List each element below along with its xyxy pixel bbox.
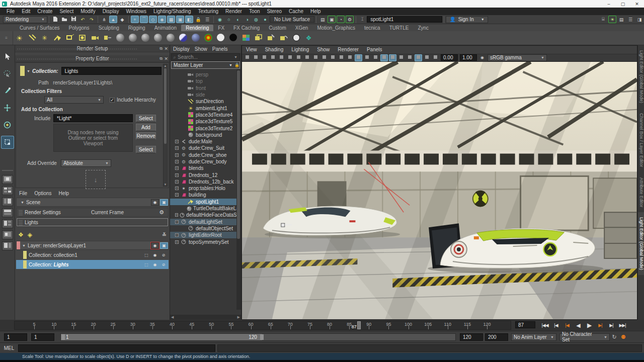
isolate-icon[interactable]: ⊘ — [160, 261, 167, 267]
shelf-tab[interactable]: FX — [213, 25, 229, 31]
collapse-arrow-icon[interactable]: ▼ — [27, 69, 30, 73]
attribute-editor-icon[interactable]: ◨ — [635, 16, 643, 23]
shelf-tab[interactable]: Motion_Graphics — [312, 25, 360, 31]
snap-view-plane-icon[interactable]: ▦ — [167, 16, 175, 23]
menu-item[interactable]: Show — [195, 46, 207, 52]
expand-icon[interactable]: + — [175, 220, 179, 224]
sign-in-dropdown[interactable]: 👤​ Sign In▼ — [446, 16, 488, 23]
layout-hypershade-icon[interactable] — [2, 219, 13, 228]
mentalray-icon[interactable]: ❖ — [302, 32, 315, 44]
shelf-tab[interactable]: FX Caching — [229, 25, 264, 31]
menu-item[interactable]: Texturing — [195, 9, 222, 14]
filter-dropdown[interactable]: All▼ — [44, 96, 104, 104]
drag-nodes-dropzone[interactable]: Drag nodes here using Outliner or select… — [53, 124, 133, 152]
select-button[interactable]: Select — [136, 115, 156, 122]
light-linking-icon[interactable] — [101, 32, 114, 44]
camera-icon[interactable]: + side — [170, 92, 241, 98]
expand-icon[interactable]: + — [175, 213, 178, 217]
highlight-selection-icon[interactable]: ☰ — [203, 16, 211, 23]
undock-icon[interactable]: ⧉ — [159, 56, 163, 61]
vp-textured-icon[interactable] — [312, 54, 319, 61]
close-panel-icon[interactable]: ✕ — [164, 46, 168, 51]
remove-button[interactable]: Remove — [136, 132, 156, 140]
enabled-icon[interactable]: ◉ — [151, 252, 158, 258]
layout-custom-icon[interactable] — [2, 241, 13, 250]
ramp-shader-icon[interactable] — [177, 32, 189, 44]
range-end-handle[interactable] — [260, 334, 264, 340]
camera-icon[interactable]: + persp — [170, 71, 241, 78]
shader-icon[interactable]: + background — [170, 132, 241, 138]
collection-row[interactable]: Collection: collection1 ⬚ ◉ ⊘ — [16, 250, 169, 259]
sidebar-tab[interactable]: Light Editor (Global Mode) — [638, 45, 644, 108]
animation-end-field[interactable]: 200 — [485, 333, 508, 341]
menu-item[interactable]: Lighting/Shading — [150, 9, 195, 14]
menu-item[interactable]: Modify — [77, 9, 99, 14]
override-mode-dropdown[interactable]: Absolute▼ — [61, 159, 111, 167]
live-surface-field[interactable]: No Live Surface — [270, 16, 314, 23]
vp-bookmark-icon[interactable] — [261, 54, 268, 61]
render-settings-row[interactable]: Render Settings Current Frame ⚙ — [16, 208, 169, 217]
move-tool-icon[interactable] — [1, 102, 14, 115]
vp-grid-icon[interactable] — [415, 54, 422, 61]
vp-shaded-icon[interactable] — [303, 54, 311, 61]
outliner-search-input[interactable]: ⌕ Search... ▼ — [171, 53, 240, 61]
add-button[interactable]: Add — [136, 124, 156, 131]
lasso-tool-icon[interactable] — [1, 67, 14, 80]
enabled-icon[interactable]: ◉ — [151, 261, 158, 267]
gear-icon[interactable]: + ⚙ dude:Crew_shoe — [170, 152, 241, 158]
quick-selection-input[interactable]: spotLight1 — [367, 16, 442, 23]
gear-icon[interactable]: ⚙ — [159, 209, 164, 216]
menu-item[interactable]: Display — [99, 9, 123, 14]
menu-item[interactable]: Lighting — [291, 47, 309, 52]
hypershade-icon[interactable] — [252, 32, 265, 44]
character-icon[interactable]: + dude:Male — [170, 138, 241, 145]
expand-icon[interactable]: + — [175, 166, 179, 170]
select-object-icon[interactable]: ▲ — [109, 16, 117, 23]
open-scene-icon[interactable] — [60, 16, 68, 23]
scale-tool-icon[interactable] — [1, 136, 14, 149]
ambient-light-node-icon[interactable]: + ☀ ambientLight1 — [170, 105, 241, 111]
place3dtexture-icon[interactable]: + place3dTexture5 — [170, 118, 241, 125]
render-target-icon[interactable] — [290, 32, 302, 44]
close-panel-icon[interactable]: ✕ — [164, 56, 168, 61]
modeling-toolkit-icon[interactable]: ⌸ — [599, 16, 607, 23]
gear-icon[interactable]: + ⚙ dude:Crew_body — [170, 158, 241, 165]
place3dtexture-icon[interactable]: + place3dTexture2 — [170, 125, 241, 131]
snap-curve-icon[interactable]: ⌒ — [140, 16, 148, 23]
shelf-tab[interactable]: TURTLE — [385, 25, 414, 31]
shelf-tab[interactable]: Zync — [413, 25, 433, 31]
layout-single-icon[interactable] — [2, 175, 13, 184]
anisotropic-material-icon[interactable] — [164, 32, 177, 44]
spot-light-node-icon[interactable]: + spotLight1 — [170, 199, 241, 205]
area-light-icon[interactable] — [63, 32, 76, 44]
construction-history-icon[interactable]: ◉ — [216, 16, 224, 23]
redo-icon[interactable]: ↷ — [88, 16, 96, 23]
make-live-icon[interactable]: ▣ — [176, 16, 184, 23]
step-back-key-icon[interactable]: |◀ — [561, 321, 573, 329]
shelf-tab[interactable]: XGen — [291, 25, 313, 31]
shelf-tab[interactable]: Rendering — [181, 25, 213, 31]
expand-icon[interactable]: + — [175, 240, 179, 244]
point-light-icon[interactable]: ✳ — [38, 32, 51, 44]
current-frame-marker[interactable] — [357, 321, 361, 329]
sidebar-tab[interactable]: Light Editor (Global Mode) — [638, 212, 644, 275]
renderable-icon[interactable]: ▣ — [160, 199, 168, 206]
animation-start-field[interactable]: 1 — [4, 333, 27, 341]
current-frame-field[interactable]: 87 — [515, 321, 535, 328]
render-settings-icon[interactable]: ⚙ — [346, 16, 354, 23]
snap-point-icon[interactable]: ◇ — [149, 16, 157, 23]
volume-light-icon[interactable] — [76, 32, 89, 44]
vp-oversc-icon[interactable] — [286, 54, 294, 61]
texture-window-icon[interactable] — [239, 32, 252, 44]
vp-xray-icon[interactable] — [380, 54, 388, 61]
layout-persp-outliner-icon[interactable] — [2, 197, 13, 206]
menu-item[interactable]: Show — [317, 47, 330, 52]
play-backwards-icon[interactable]: ◀ — [573, 321, 584, 329]
menu-item[interactable]: Stereo — [264, 9, 285, 14]
time-slider[interactable]: 5101520253035404550556065707580859095100… — [14, 321, 511, 330]
place3dtexture-icon[interactable]: + place3dTexture4 — [170, 112, 241, 118]
channel-box-icon[interactable]: ▤ — [617, 16, 625, 23]
menu-item[interactable]: Panels — [212, 46, 228, 52]
expand-icon[interactable]: + — [175, 173, 179, 177]
maximize-button[interactable]: ▢ — [616, 2, 630, 7]
